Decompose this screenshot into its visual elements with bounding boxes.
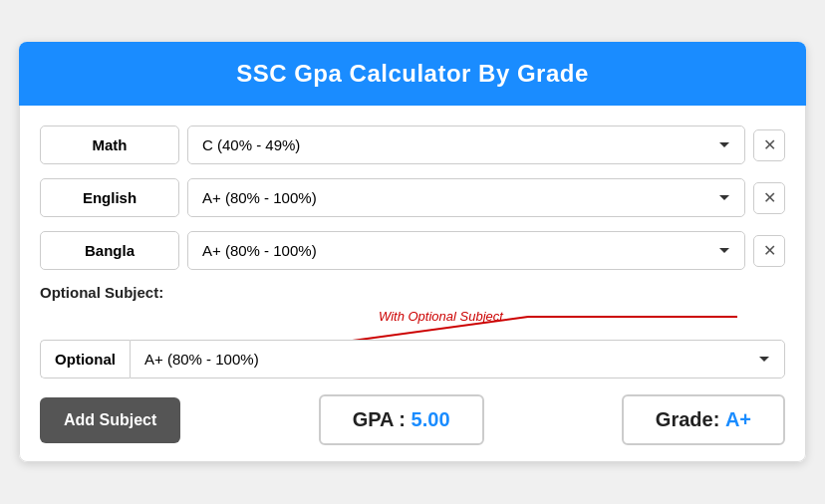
english-row: English A+ (80% - 100%) A (70% - 79%) A-… bbox=[40, 178, 785, 217]
math-row: Math A+ (80% - 100%) A (70% - 79%) A- (6… bbox=[40, 126, 785, 164]
grade-value: A+ bbox=[725, 408, 751, 430]
add-subject-button[interactable]: Add Subject bbox=[40, 397, 180, 443]
calculator-container: SSC Gpa Calculator By Grade Math A+ (80%… bbox=[19, 42, 806, 462]
optional-row: Optional A+ (80% - 100%) A (70% - 79%) A… bbox=[40, 340, 785, 378]
gpa-label: GPA : bbox=[353, 408, 406, 430]
grade-label: Grade: bbox=[656, 408, 719, 430]
math-label: Math bbox=[40, 126, 179, 164]
english-grade-select[interactable]: A+ (80% - 100%) A (70% - 79%) A- (60% - … bbox=[187, 178, 745, 217]
english-label: English bbox=[40, 178, 179, 217]
optional-grade-select[interactable]: A+ (80% - 100%) A (70% - 79%) A- (60% - … bbox=[130, 340, 785, 378]
optional-section-label: Optional Subject: bbox=[40, 284, 785, 301]
grade-display: Grade: A+ bbox=[622, 394, 785, 445]
bangla-label: Bangla bbox=[40, 231, 179, 270]
english-remove-button[interactable]: ✕ bbox=[753, 182, 785, 214]
optional-label: Optional bbox=[40, 340, 130, 378]
math-grade-select[interactable]: A+ (80% - 100%) A (70% - 79%) A- (60% - … bbox=[187, 126, 745, 164]
bottom-row: Add Subject GPA : 5.00 Grade: A+ bbox=[40, 394, 785, 445]
bangla-grade-select[interactable]: A+ (80% - 100%) A (70% - 79%) A- (60% - … bbox=[187, 231, 745, 270]
annotation-text: With Optional Subject bbox=[379, 309, 503, 324]
bangla-remove-button[interactable]: ✕ bbox=[753, 235, 785, 267]
gpa-display: GPA : 5.00 bbox=[319, 394, 484, 445]
bangla-row: Bangla A+ (80% - 100%) A (70% - 79%) A- … bbox=[40, 231, 785, 270]
header: SSC Gpa Calculator By Grade bbox=[19, 42, 806, 106]
gpa-value: 5.00 bbox=[412, 408, 450, 430]
math-remove-button[interactable]: ✕ bbox=[753, 129, 785, 161]
page-title: SSC Gpa Calculator By Grade bbox=[39, 60, 786, 88]
body: Math A+ (80% - 100%) A (70% - 79%) A- (6… bbox=[19, 106, 806, 462]
